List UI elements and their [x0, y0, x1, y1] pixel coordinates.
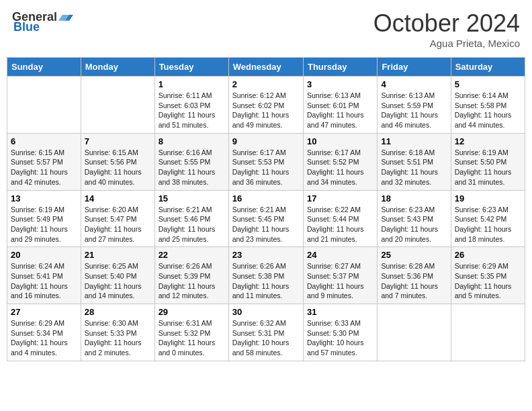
day-content-line: Sunset: 5:31 PM [232, 329, 285, 337]
day-content: Sunrise: 6:15 AMSunset: 5:56 PMDaylight:… [85, 148, 151, 187]
day-content-line: Daylight: 10 hours and 58 minutes. [232, 338, 290, 357]
day-content-line: Sunset: 5:36 PM [381, 272, 433, 280]
weekday-thursday: Thursday [303, 58, 377, 77]
calendar-week-2: 6Sunrise: 6:15 AMSunset: 5:57 PMDaylight… [7, 133, 525, 190]
day-number: 27 [11, 307, 77, 317]
day-number: 31 [307, 307, 373, 317]
calendar-week-3: 13Sunrise: 6:19 AMSunset: 5:49 PMDayligh… [7, 190, 525, 247]
day-number: 22 [159, 250, 225, 260]
calendar-cell: 5Sunrise: 6:14 AMSunset: 5:58 PMDaylight… [451, 77, 525, 134]
weekday-header-row: SundayMondayTuesdayWednesdayThursdayFrid… [7, 58, 525, 77]
day-content-line: Daylight: 10 hours and 57 minutes. [307, 338, 364, 357]
day-number: 4 [381, 79, 447, 89]
day-content: Sunrise: 6:21 AMSunset: 5:46 PMDaylight:… [159, 205, 225, 244]
day-number: 12 [455, 136, 521, 146]
day-content-line: Sunrise: 6:22 AM [307, 205, 361, 214]
day-content: Sunrise: 6:17 AMSunset: 5:52 PMDaylight:… [307, 148, 373, 187]
day-content-line: Sunset: 5:43 PM [381, 215, 433, 223]
calendar-cell: 20Sunrise: 6:24 AMSunset: 5:41 PMDayligh… [7, 247, 81, 304]
day-number: 15 [159, 193, 225, 203]
weekday-friday: Friday [378, 58, 451, 77]
day-content-line: Sunrise: 6:31 AM [159, 319, 212, 327]
day-content-line: Daylight: 11 hours and 32 minutes. [381, 168, 438, 186]
day-content-line: Daylight: 11 hours and 4 minutes. [11, 338, 68, 357]
day-number: 26 [455, 250, 521, 260]
day-number: 29 [159, 307, 225, 317]
day-content-line: Daylight: 11 hours and 38 minutes. [159, 168, 216, 186]
day-content-line: Sunrise: 6:17 AM [307, 148, 361, 156]
calendar-body: 1Sunrise: 6:11 AMSunset: 6:03 PMDaylight… [7, 77, 525, 361]
calendar-cell: 9Sunrise: 6:17 AMSunset: 5:53 PMDaylight… [228, 133, 303, 190]
logo: General Blue [12, 9, 73, 34]
day-content: Sunrise: 6:29 AMSunset: 5:34 PMDaylight:… [11, 318, 77, 358]
day-content-line: Daylight: 11 hours and 44 minutes. [455, 111, 512, 129]
calendar-cell: 18Sunrise: 6:23 AMSunset: 5:43 PMDayligh… [378, 190, 451, 247]
calendar-cell: 11Sunrise: 6:18 AMSunset: 5:51 PMDayligh… [378, 133, 451, 190]
day-content-line: Daylight: 11 hours and 49 minutes. [232, 111, 290, 129]
day-content-line: Sunrise: 6:30 AM [85, 319, 138, 327]
calendar-cell: 7Sunrise: 6:15 AMSunset: 5:56 PMDaylight… [81, 133, 154, 190]
day-content: Sunrise: 6:24 AMSunset: 5:41 PMDaylight:… [11, 261, 77, 301]
day-content: Sunrise: 6:30 AMSunset: 5:33 PMDaylight:… [85, 318, 151, 358]
day-content-line: Sunrise: 6:21 AM [159, 205, 212, 214]
calendar-week-4: 20Sunrise: 6:24 AMSunset: 5:41 PMDayligh… [7, 247, 525, 304]
day-content: Sunrise: 6:25 AMSunset: 5:40 PMDaylight:… [85, 261, 151, 301]
day-content-line: Sunrise: 6:16 AM [159, 148, 212, 156]
day-content-line: Daylight: 11 hours and 7 minutes. [381, 282, 438, 300]
day-content-line: Sunrise: 6:11 AM [159, 91, 212, 99]
day-content: Sunrise: 6:33 AMSunset: 5:30 PMDaylight:… [307, 318, 373, 358]
day-number: 25 [381, 250, 447, 260]
day-content-line: Daylight: 11 hours and 11 minutes. [232, 282, 290, 300]
calendar-cell: 12Sunrise: 6:19 AMSunset: 5:50 PMDayligh… [451, 133, 525, 190]
day-number: 7 [85, 136, 151, 146]
day-content-line: Daylight: 11 hours and 31 minutes. [455, 168, 512, 186]
day-content-line: Sunrise: 6:25 AM [85, 262, 138, 270]
calendar-cell: 14Sunrise: 6:20 AMSunset: 5:47 PMDayligh… [81, 190, 154, 247]
calendar-cell: 15Sunrise: 6:21 AMSunset: 5:46 PMDayligh… [154, 190, 228, 247]
day-content: Sunrise: 6:17 AMSunset: 5:53 PMDaylight:… [232, 148, 300, 187]
day-content-line: Sunrise: 6:17 AM [232, 148, 286, 156]
month-year: October 2024 [373, 9, 520, 38]
page-header: General Blue October 2024 Agua Prieta, M… [7, 7, 525, 52]
calendar-cell [378, 304, 451, 361]
day-content-line: Daylight: 11 hours and 12 minutes. [159, 282, 216, 300]
day-number: 19 [455, 193, 521, 203]
day-content-line: Daylight: 11 hours and 20 minutes. [381, 225, 438, 243]
day-content-line: Daylight: 11 hours and 42 minutes. [11, 168, 68, 186]
day-number: 21 [85, 250, 151, 260]
day-content-line: Daylight: 11 hours and 25 minutes. [159, 225, 216, 243]
day-content: Sunrise: 6:15 AMSunset: 5:57 PMDaylight:… [11, 148, 77, 187]
day-content-line: Daylight: 11 hours and 27 minutes. [85, 225, 142, 243]
day-content: Sunrise: 6:19 AMSunset: 5:49 PMDaylight:… [11, 205, 77, 244]
calendar-cell: 16Sunrise: 6:21 AMSunset: 5:45 PMDayligh… [228, 190, 303, 247]
day-content-line: Sunset: 6:02 PM [232, 101, 285, 109]
day-content-line: Sunset: 5:55 PM [159, 158, 211, 166]
day-content: Sunrise: 6:19 AMSunset: 5:50 PMDaylight:… [455, 148, 521, 187]
day-content-line: Sunrise: 6:29 AM [455, 262, 508, 270]
calendar-week-5: 27Sunrise: 6:29 AMSunset: 5:34 PMDayligh… [7, 304, 525, 361]
day-content-line: Daylight: 11 hours and 47 minutes. [307, 111, 364, 129]
day-content: Sunrise: 6:11 AMSunset: 6:03 PMDaylight:… [159, 91, 225, 130]
day-content-line: Daylight: 11 hours and 14 minutes. [85, 282, 142, 300]
day-content-line: Sunset: 5:33 PM [85, 329, 137, 337]
day-content-line: Sunrise: 6:28 AM [381, 262, 435, 270]
day-content-line: Sunrise: 6:29 AM [11, 319, 64, 327]
calendar-cell: 2Sunrise: 6:12 AMSunset: 6:02 PMDaylight… [228, 77, 303, 134]
calendar-cell: 21Sunrise: 6:25 AMSunset: 5:40 PMDayligh… [81, 247, 154, 304]
calendar-cell: 30Sunrise: 6:32 AMSunset: 5:31 PMDayligh… [228, 304, 303, 361]
calendar-cell: 1Sunrise: 6:11 AMSunset: 6:03 PMDaylight… [154, 77, 228, 134]
day-content: Sunrise: 6:27 AMSunset: 5:37 PMDaylight:… [307, 261, 373, 301]
day-content-line: Sunset: 5:59 PM [381, 101, 433, 109]
calendar-cell: 29Sunrise: 6:31 AMSunset: 5:32 PMDayligh… [154, 304, 228, 361]
day-content-line: Daylight: 11 hours and 9 minutes. [307, 282, 364, 300]
day-content-line: Sunrise: 6:20 AM [85, 205, 138, 214]
day-number: 14 [85, 193, 151, 203]
day-content-line: Sunset: 5:44 PM [307, 215, 359, 223]
day-content-line: Daylight: 11 hours and 18 minutes. [455, 225, 512, 243]
day-content-line: Sunset: 5:41 PM [11, 272, 63, 280]
calendar-cell: 17Sunrise: 6:22 AMSunset: 5:44 PMDayligh… [303, 190, 377, 247]
day-content-line: Sunrise: 6:13 AM [381, 91, 435, 99]
day-number: 3 [307, 79, 373, 89]
day-number: 24 [307, 250, 373, 260]
day-content-line: Sunset: 5:34 PM [11, 329, 63, 337]
